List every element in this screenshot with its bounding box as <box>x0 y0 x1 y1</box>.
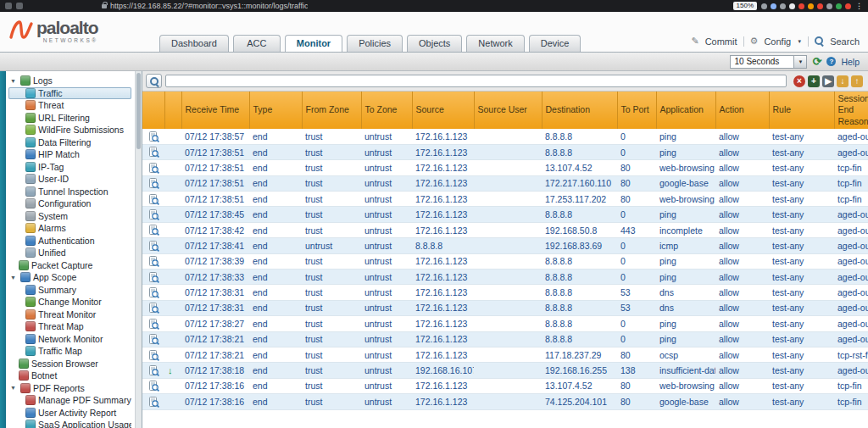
cell-destination[interactable]: 8.8.8.8 <box>542 129 617 144</box>
log-filter-input[interactable] <box>165 75 787 87</box>
cell-source[interactable]: 172.16.1.123 <box>412 285 474 300</box>
cell-from-zone[interactable]: trust <box>302 144 361 159</box>
tab-device[interactable]: Device <box>529 35 581 52</box>
cell-time[interactable]: 07/12 17:38:16 <box>181 394 249 409</box>
commit-button[interactable]: Commit <box>705 36 737 47</box>
cell-to-port[interactable]: 0 <box>617 316 656 331</box>
cell-type[interactable]: end <box>249 175 302 191</box>
cell-source[interactable]: 172.16.1.123 <box>412 253 474 269</box>
cell-source[interactable]: 172.16.1.123 <box>412 316 474 331</box>
cell-to-port[interactable]: 443 <box>617 222 656 237</box>
cell-rule[interactable]: test-any <box>769 394 834 409</box>
log-detail-icon[interactable] <box>142 144 164 159</box>
cell-to-zone[interactable]: untrust <box>361 331 412 347</box>
sidebar-item-change-monitor[interactable]: Change Monitor <box>8 296 131 308</box>
cell-time[interactable]: 07/12 17:38:42 <box>181 222 249 237</box>
sidebar-item-user-activity-report[interactable]: User Activity Report <box>8 407 131 420</box>
help-icon[interactable]: ? <box>826 57 836 66</box>
browser-menu-icon[interactable]: ⋮ <box>855 3 863 10</box>
column-header-to-zone[interactable]: To Zone <box>361 92 412 129</box>
cell-to-port[interactable]: 80 <box>617 378 656 393</box>
cell-rule[interactable]: test-any <box>769 238 834 253</box>
column-header-source[interactable]: Source <box>412 92 474 129</box>
cell-to-port[interactable]: 0 <box>617 238 656 253</box>
cell-type[interactable]: end <box>249 300 302 315</box>
log-detail-icon[interactable] <box>142 363 164 378</box>
cell-time[interactable]: 07/12 17:38:51 <box>181 160 249 175</box>
log-detail-icon[interactable] <box>142 316 164 331</box>
cell-to-zone[interactable]: untrust <box>361 316 412 331</box>
cell-action[interactable]: allow <box>715 222 769 237</box>
cell-rule[interactable]: test-any <box>769 207 834 222</box>
cell-to-zone[interactable]: untrust <box>361 222 412 237</box>
cell-to-zone[interactable]: untrust <box>361 175 412 191</box>
column-header-to-port[interactable]: To Port <box>617 92 656 129</box>
extension-icon[interactable] <box>836 3 842 9</box>
cell-destination[interactable]: 8.8.8.8 <box>542 331 617 347</box>
cell-from-zone[interactable]: trust <box>302 175 361 191</box>
sidebar-item-url-filtering[interactable]: URL Filtering <box>8 112 131 125</box>
cell-application[interactable]: dns <box>656 285 715 300</box>
cell-rule[interactable]: test-any <box>769 129 834 144</box>
cell-to-port[interactable]: 80 <box>617 394 656 409</box>
cell-destination[interactable]: 8.8.8.8 <box>542 300 617 315</box>
cell-destination[interactable]: 192.168.16.255 <box>542 363 617 378</box>
sidebar-item-summary[interactable]: Summary <box>8 284 131 297</box>
column-header-receive-time[interactable]: Receive Time <box>181 92 249 129</box>
refresh-interval-value[interactable]: 10 Seconds <box>730 55 794 69</box>
cell-reason[interactable]: aged-out <box>834 316 868 331</box>
cell-application[interactable]: ocsp <box>656 347 715 362</box>
cell-time[interactable]: 07/12 17:38:31 <box>181 285 249 300</box>
column-header-session-end-reason[interactable]: Session End Reason <box>834 92 868 129</box>
address-bar[interactable]: https://192.168.85.22/?#monitor::vsys1::… <box>110 2 308 10</box>
cell-to-port[interactable]: 0 <box>617 331 656 347</box>
sidebar-scrollbar[interactable] <box>135 71 142 428</box>
cell-to-zone[interactable]: untrust <box>361 144 412 159</box>
cell-time[interactable]: 07/12 17:38:45 <box>181 207 249 222</box>
cell-from-zone[interactable]: trust <box>302 207 361 222</box>
cell-reason[interactable]: aged-out <box>834 270 868 285</box>
cell-reason[interactable]: aged-out <box>834 207 868 222</box>
cell-reason[interactable]: aged-out <box>834 238 868 253</box>
cell-from-zone[interactable]: trust <box>302 316 361 331</box>
cell-to-zone[interactable]: untrust <box>361 300 412 315</box>
cell-to-zone[interactable]: untrust <box>361 253 412 269</box>
cell-action[interactable]: allow <box>715 347 769 362</box>
cell-type[interactable]: end <box>249 129 302 144</box>
sidebar-item-hip-match[interactable]: HIP Match <box>8 148 131 161</box>
cell-to-port[interactable]: 80 <box>617 347 656 362</box>
cell-action[interactable]: allow <box>715 285 769 300</box>
log-detail-icon[interactable] <box>142 238 164 253</box>
cell-source[interactable]: 172.16.1.123 <box>412 300 474 315</box>
refresh-interval-select[interactable]: 10 Seconds ▼ <box>730 55 807 69</box>
cell-to-zone[interactable]: untrust <box>361 270 412 285</box>
cell-to-port[interactable]: 0 <box>617 207 656 222</box>
search-button[interactable]: Search <box>830 36 860 47</box>
cell-from-zone[interactable]: trust <box>302 270 361 285</box>
tab-monitor[interactable]: Monitor <box>285 35 342 52</box>
cell-destination[interactable]: 8.8.8.8 <box>542 270 617 285</box>
cell-to-port[interactable]: 53 <box>617 300 656 315</box>
cell-time[interactable]: 07/12 17:38:21 <box>181 347 249 362</box>
sidebar-item-traffic[interactable]: Traffic <box>8 87 131 100</box>
cell-action[interactable]: allow <box>715 253 769 269</box>
cell-reason[interactable]: aged-out <box>834 144 868 159</box>
cell-source[interactable]: 192.168.16.107 <box>412 363 474 378</box>
chevron-down-icon[interactable]: ▼ <box>794 55 807 69</box>
cell-application[interactable]: ping <box>656 316 715 331</box>
cell-source[interactable]: 172.16.1.123 <box>412 270 474 285</box>
cell-reason[interactable]: aged-out <box>834 222 868 237</box>
config-button[interactable]: Config <box>764 36 791 47</box>
cell-source[interactable]: 172.16.1.123 <box>412 394 474 409</box>
cell-to-zone[interactable]: untrust <box>361 394 412 409</box>
tab-dashboard[interactable]: Dashboard <box>159 35 229 52</box>
column-header-application[interactable]: Application <box>656 92 715 129</box>
cell-type[interactable]: end <box>249 331 302 347</box>
cell-destination[interactable]: 192.168.50.8 <box>542 222 617 237</box>
cell-type[interactable]: end <box>249 207 302 222</box>
cell-rule[interactable]: test-any <box>769 144 834 159</box>
extension-icon[interactable] <box>789 3 795 9</box>
cell-source[interactable]: 172.16.1.123 <box>412 129 474 144</box>
cell-rule[interactable]: test-any <box>769 331 834 347</box>
cell-from-zone[interactable]: trust <box>302 347 361 362</box>
